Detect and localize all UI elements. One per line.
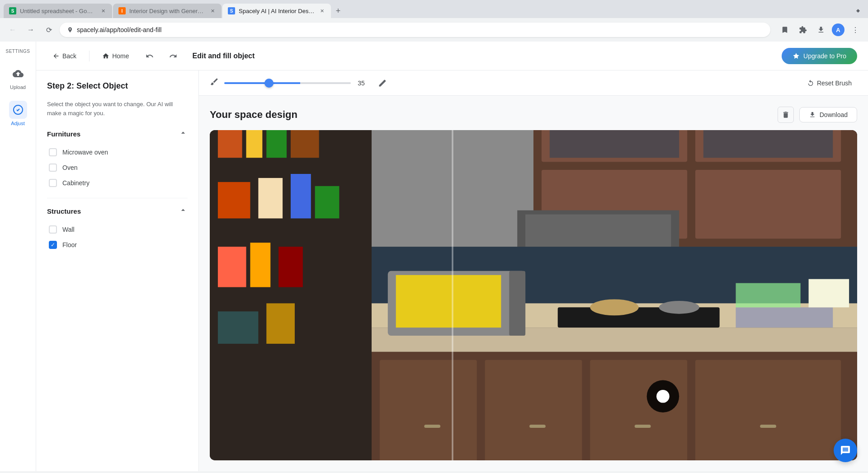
floor-checkbox[interactable] <box>49 241 57 249</box>
adjust-icon-container <box>9 101 27 119</box>
settings-label: SETTINGS <box>5 49 30 54</box>
cabinetry-checkbox[interactable] <box>49 179 57 187</box>
sidebar-item-adjust[interactable]: Adjust <box>4 97 33 130</box>
svg-rect-33 <box>315 186 340 219</box>
svg-rect-30 <box>218 182 250 219</box>
svg-rect-23 <box>635 425 651 428</box>
svg-rect-41 <box>509 271 525 336</box>
svg-rect-17 <box>380 360 477 460</box>
menu-button[interactable]: ⋮ <box>848 23 863 37</box>
list-item: Wall <box>47 222 188 237</box>
brush-slider-container: 35 <box>224 80 369 87</box>
brush-icon <box>210 77 219 89</box>
download-button[interactable]: Download <box>799 107 857 122</box>
canvas-area: 35 Reset Brush Your space design <box>199 70 868 471</box>
furnitures-section-header: Furnitures <box>47 128 188 139</box>
svg-rect-32 <box>291 174 311 218</box>
back-nav-button[interactable]: ← <box>5 23 20 37</box>
home-label: Home <box>112 52 129 60</box>
interior-favicon: I <box>118 7 126 14</box>
home-button[interactable]: Home <box>97 50 134 62</box>
svg-point-44 <box>659 301 699 314</box>
tab-spacely[interactable]: S Spacely AI | AI Interior Desig... ✕ <box>222 4 331 18</box>
new-tab-button[interactable]: + <box>332 5 344 17</box>
svg-rect-47 <box>809 279 849 308</box>
tab-interior-close[interactable]: ✕ <box>209 7 216 14</box>
brush-size-slider[interactable] <box>224 82 351 84</box>
tab-overflow-button[interactable] <box>852 5 864 17</box>
svg-rect-18 <box>485 360 582 460</box>
svg-rect-20 <box>695 360 841 460</box>
icon-sidebar: SETTINGS Upload Adjust <box>0 42 36 471</box>
page-title: Edit and fill object <box>192 52 255 60</box>
chat-button[interactable] <box>834 439 857 462</box>
address-text: spacely.ai/app/tool/edit-and-fill <box>77 26 161 33</box>
object-panel: Step 2: Select Object Select the object … <box>36 70 199 471</box>
oven-checkbox[interactable] <box>49 164 57 172</box>
sheets-favicon: S <box>9 7 16 14</box>
eraser-button[interactable] <box>374 75 391 91</box>
panel-title: Step 2: Select Object <box>47 81 188 91</box>
back-button[interactable]: Back <box>47 50 82 62</box>
oven-label: Oven <box>62 164 77 171</box>
extensions-button[interactable] <box>796 23 810 37</box>
canvas-content: Your space design Download <box>199 96 868 471</box>
microwave-checkbox[interactable] <box>49 148 57 156</box>
undo-button[interactable] <box>142 48 158 64</box>
svg-rect-29 <box>291 130 319 158</box>
microwave-label: Microwave oven <box>62 149 108 156</box>
address-input[interactable]: spacely.ai/app/tool/edit-and-fill <box>60 23 770 37</box>
svg-rect-35 <box>250 243 271 287</box>
browser-chrome: S Untitled spreadsheet - Goog... ✕ I Int… <box>0 0 868 42</box>
furnitures-toggle[interactable] <box>179 128 188 139</box>
spacely-favicon: S <box>228 7 235 14</box>
tab-sheets-label: Untitled spreadsheet - Goog... <box>20 8 96 14</box>
tab-sheets[interactable]: S Untitled spreadsheet - Goog... ✕ <box>4 4 112 18</box>
svg-rect-8 <box>695 170 841 239</box>
svg-rect-45 <box>736 307 833 328</box>
download-label: Download <box>820 111 848 118</box>
download-browser-button[interactable] <box>814 23 828 37</box>
svg-rect-46 <box>736 283 801 308</box>
svg-rect-21 <box>424 425 440 428</box>
tab-sheets-close[interactable]: ✕ <box>99 7 107 14</box>
panel-description: Select the object you want to change. Ou… <box>47 100 188 117</box>
svg-rect-19 <box>590 360 687 460</box>
cabinetry-label: Cabinetry <box>62 179 90 187</box>
tab-spacely-close[interactable]: ✕ <box>318 7 326 14</box>
redo-button[interactable] <box>165 48 181 64</box>
structures-label: Structures <box>47 207 81 215</box>
profile-button[interactable]: A <box>832 23 844 36</box>
wall-label: Wall <box>62 226 75 233</box>
bookmark-button[interactable] <box>778 23 792 37</box>
svg-rect-36 <box>278 247 303 287</box>
list-item: Floor <box>47 237 188 253</box>
svg-rect-22 <box>529 425 546 428</box>
browser-actions: A ⋮ <box>778 23 863 37</box>
svg-point-43 <box>590 299 638 315</box>
forward-nav-button[interactable]: → <box>24 23 38 37</box>
svg-rect-31 <box>258 178 283 219</box>
delete-button[interactable] <box>778 107 794 123</box>
kitchen-image-container[interactable] <box>210 130 857 460</box>
reset-brush-button[interactable]: Reset Brush <box>802 77 857 89</box>
svg-point-52 <box>656 390 670 403</box>
tab-bar: S Untitled spreadsheet - Goog... ✕ I Int… <box>0 0 868 18</box>
content-row: Step 2: Select Object Select the object … <box>36 70 868 471</box>
header-divider <box>89 51 90 61</box>
wall-checkbox[interactable] <box>49 225 57 234</box>
reset-brush-label: Reset Brush <box>817 80 852 87</box>
upload-label: Upload <box>10 84 26 90</box>
svg-rect-27 <box>246 130 263 158</box>
reload-button[interactable]: ⟳ <box>42 23 56 37</box>
svg-rect-26 <box>218 130 242 158</box>
tab-interior[interactable]: I Interior Design with Generati... ✕ <box>113 4 222 18</box>
space-design-header: Your space design Download <box>210 107 857 123</box>
sidebar-item-upload[interactable]: Upload <box>4 61 33 94</box>
upgrade-button[interactable]: Upgrade to Pro <box>782 48 857 64</box>
svg-rect-34 <box>218 247 246 287</box>
space-design-actions: Download <box>778 107 857 123</box>
kitchen-scene <box>210 130 857 460</box>
brush-toolbar: 35 Reset Brush <box>199 70 868 96</box>
structures-toggle[interactable] <box>179 206 188 216</box>
